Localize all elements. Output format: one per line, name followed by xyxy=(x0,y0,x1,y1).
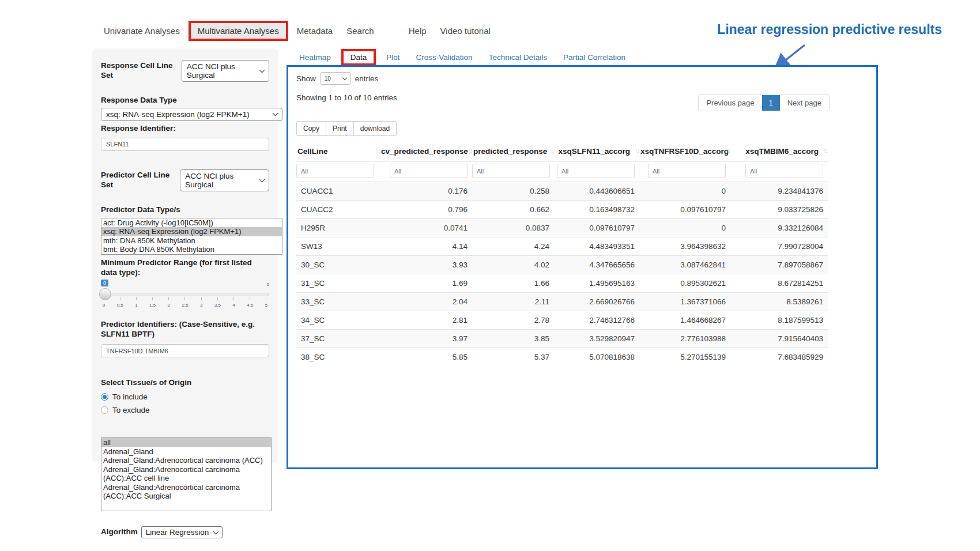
nav-item-univariate-analyses[interactable]: Univariate Analyses xyxy=(97,21,187,40)
chevron-down-icon xyxy=(259,176,265,182)
tissue-option-2[interactable]: Adrenal_Gland:Adrenocortical carcinoma (… xyxy=(101,456,271,465)
predictor-data-type-list[interactable]: act: Drug Activity (-log10[IC50M])xsq: R… xyxy=(101,218,282,255)
tissue-list[interactable]: allAdrenal_GlandAdrenal_Gland:Adrenocort… xyxy=(101,437,272,511)
value-cell: 1.367371066 xyxy=(639,293,730,311)
tissue-option-3[interactable]: Adrenal_Gland:Adrenocortical carcinoma (… xyxy=(101,465,271,483)
tick-mark xyxy=(201,297,202,300)
value-cell: 8.187599513 xyxy=(730,311,828,330)
algorithm-select[interactable]: Linear Regression xyxy=(141,526,223,538)
tick-label: 4.5 xyxy=(247,303,253,308)
slider-track[interactable] xyxy=(101,293,269,296)
value-cell: 5.270155139 xyxy=(639,348,730,367)
print-button[interactable]: Print xyxy=(326,121,354,136)
nav-item-video-tutorial[interactable]: Video tutorial xyxy=(434,21,497,40)
data-type-option-bmt[interactable]: bmt: Body DNA 850K Methylation xyxy=(101,245,282,254)
cell-line-cell: 33_SC xyxy=(296,293,380,311)
column-header-cv-predicted-response[interactable]: cv_predicted_response↑↓ xyxy=(380,142,472,161)
response-cell-line-set-label: Response Cell Line Set xyxy=(101,61,178,81)
tab-technical-details[interactable]: Technical Details xyxy=(481,50,555,65)
value-cell: 1.66 xyxy=(472,274,554,293)
tab-data[interactable]: Data xyxy=(341,49,376,66)
response-cell-line-set-select[interactable]: ACC NCI plus Surgical xyxy=(182,60,269,82)
value-cell: 3.97 xyxy=(380,330,472,348)
table-row: 31_SC1.691.661.4956951630.8953026218.672… xyxy=(296,274,828,293)
tick-label: 2 xyxy=(168,303,170,308)
column-header-cellline[interactable]: CellLine↑↓ xyxy=(296,142,380,161)
slider-max-label: 5 xyxy=(267,282,269,287)
sort-icon[interactable]: ↑↓ xyxy=(468,147,472,154)
value-cell: 9.234841376 xyxy=(730,182,828,201)
download-button[interactable]: download xyxy=(353,121,397,136)
sort-icon[interactable]: ↑↓ xyxy=(726,147,730,154)
min-predictor-range-slider[interactable]: 0 5 00.511.522.533.544.55 xyxy=(101,280,269,312)
slider-value-bubble: 0 xyxy=(101,280,108,286)
cell-line-cell: CUACC2 xyxy=(296,201,380,219)
predictor-identifiers-input[interactable] xyxy=(101,344,269,357)
chevron-down-icon xyxy=(259,67,265,73)
tab-plot[interactable]: Plot xyxy=(378,50,408,65)
results-table: CellLine↑↓cv_predicted_response↑↓predict… xyxy=(296,142,828,366)
predictor-cell-line-set-value: ACC NCI plus Surgical xyxy=(185,172,255,189)
table-row: SW134.144.244.4834933513.9643986327.9907… xyxy=(296,237,828,256)
nav-item-multivariate-analyses[interactable]: Multivariate Analyses xyxy=(189,21,288,41)
tab-heatmap[interactable]: Heatmap xyxy=(291,50,339,65)
table-row: 38_SC5.855.375.0708186385.2701551397.683… xyxy=(296,348,828,367)
value-cell: 3.85 xyxy=(472,330,554,348)
nav-item-search[interactable]: Search xyxy=(340,21,381,40)
nav-item-metadata[interactable]: Metadata xyxy=(290,21,340,40)
tissue-include-radio[interactable]: To include xyxy=(101,393,269,401)
value-cell: 0.097610797 xyxy=(554,219,639,237)
tab-cross-validation[interactable]: Cross-Validation xyxy=(408,50,481,65)
next-page-button[interactable]: Next page xyxy=(780,95,829,111)
sort-icon[interactable]: ↑↓ xyxy=(823,147,827,154)
column-filter-input-xsqslfn11-accorg[interactable] xyxy=(557,164,635,178)
sort-icon[interactable]: ↑↓ xyxy=(375,147,379,154)
tick-label: 0 xyxy=(103,303,105,308)
nav-item-help[interactable]: Help xyxy=(402,21,434,40)
column-header-xsqslfn11-accorg[interactable]: xsqSLFN11_accorg↑↓ xyxy=(554,142,639,161)
column-filter-input-cellline[interactable] xyxy=(296,164,374,178)
tick-label: 1 xyxy=(135,303,137,308)
value-cell: 8.672814251 xyxy=(730,274,828,293)
copy-button[interactable]: Copy xyxy=(296,121,326,136)
column-filter-input-xsqtnfrsf10d-accorg[interactable] xyxy=(648,164,726,178)
slider-tick-0-5: 0.5 xyxy=(117,297,123,308)
column-header-predicted-response[interactable]: predicted_response↑↓ xyxy=(472,142,554,161)
data-type-option-act[interactable]: act: Drug Activity (-log10[IC50M]) xyxy=(101,218,282,228)
tick-mark xyxy=(266,297,266,300)
column-header-xsqtmbim6-accorg[interactable]: xsqTMBIM6_accorg↑↓ xyxy=(730,142,828,161)
value-cell: 4.24 xyxy=(472,237,554,256)
column-filter-input-xsqtmbim6-accorg[interactable] xyxy=(745,164,823,178)
column-filter-input-cv-predicted-response[interactable] xyxy=(390,164,468,178)
radio-selected-icon xyxy=(101,393,108,401)
sort-icon[interactable]: ↑↓ xyxy=(549,147,553,154)
tissue-exclude-radio[interactable]: To exclude xyxy=(101,406,269,414)
value-cell: 4.14 xyxy=(380,237,472,256)
sort-icon[interactable]: ↑↓ xyxy=(635,147,639,154)
data-type-option-mth[interactable]: mth: DNA 850K Methylation xyxy=(101,236,282,246)
column-header-xsqtnfrsf10d-accorg[interactable]: xsqTNFRSF10D_accorg↑↓ xyxy=(639,142,730,161)
previous-page-button[interactable]: Previous page xyxy=(699,95,762,111)
predictor-cell-line-set-select[interactable]: ACC NCI plus Surgical xyxy=(180,169,269,191)
cell-line-cell: H295R xyxy=(296,219,380,237)
algorithm-value: Linear Regression xyxy=(146,528,209,537)
page-1-button[interactable]: 1 xyxy=(762,95,780,111)
tick-label: 4 xyxy=(232,303,235,308)
tab-partial-correlation[interactable]: Partial Correlation xyxy=(555,50,634,65)
tissue-option-0[interactable]: all xyxy=(101,438,271,447)
tissue-option-4[interactable]: Adrenal_Gland:Adrenocortical carcinoma (… xyxy=(101,483,271,501)
controls-sidebar: Response Cell Line Set ACC NCI plus Surg… xyxy=(92,48,278,462)
response-data-type-select[interactable]: xsq: RNA-seq Expression (log2 FPKM+1) xyxy=(101,108,282,121)
tick-label: 5 xyxy=(265,303,267,308)
value-cell: 1.69 xyxy=(380,274,472,293)
data-type-option-xsq[interactable]: xsq: RNA-seq Expression (log2 FPKM+1) xyxy=(101,227,282,236)
column-filter-input-predicted-response[interactable] xyxy=(472,164,550,178)
response-identifier-input[interactable] xyxy=(101,138,269,151)
page-length-select[interactable]: 10 xyxy=(320,72,351,85)
filter-cell-xsqslfn11-accorg xyxy=(554,161,639,182)
slider-tick-1-5: 1.5 xyxy=(150,297,156,308)
response-data-type-label: Response Data Type xyxy=(101,96,269,105)
tissue-option-1[interactable]: Adrenal_Gland xyxy=(101,447,271,456)
cell-line-cell: 34_SC xyxy=(296,311,380,330)
cell-line-cell: SW13 xyxy=(296,237,380,256)
